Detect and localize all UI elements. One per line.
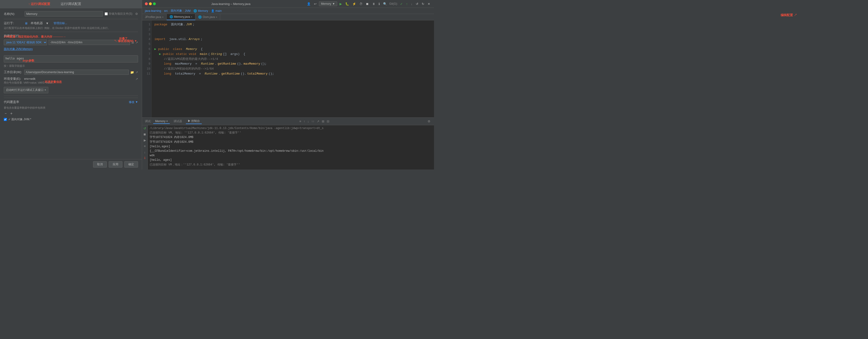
bc-pkg[interactable]: 面向对象	[171, 9, 182, 13]
left-panel-header: 运行/调试配置	[0, 0, 142, 8]
redo-btn[interactable]: ↻	[421, 2, 425, 6]
local-machine-text: 本地机器	[31, 21, 43, 25]
console-rerun-btn[interactable]: ↺	[143, 126, 147, 131]
console-fold-btn[interactable]: ≡	[144, 144, 146, 148]
jvm-options-input[interactable]	[49, 40, 130, 45]
tab-oom-close[interactable]: ×	[216, 16, 217, 19]
minimize-btn[interactable]	[149, 2, 152, 5]
back-icon[interactable]: ↩	[313, 2, 317, 6]
coverage-run-btn[interactable]: ⚡	[351, 2, 357, 6]
git-arrow-up[interactable]: ↑	[405, 2, 409, 6]
console-toolbar-btn2[interactable]: ↑	[303, 119, 306, 123]
workdir-more-icon[interactable]: ↗	[135, 70, 138, 74]
console-debugger-tab[interactable]: 调试器	[172, 119, 184, 124]
stop-btn[interactable]: ⏹	[365, 2, 370, 6]
run-config-dropdown-icon: ▼	[332, 2, 335, 5]
tab-jprofiler-close[interactable]: ×	[162, 16, 164, 19]
console-control-tab[interactable]: ▶ 控制台	[186, 119, 202, 124]
tab-memory-close[interactable]: ×	[191, 16, 192, 18]
console-toolbar-btn1[interactable]: ≡	[299, 119, 302, 123]
console-scroll-btn[interactable]: ↓	[144, 150, 146, 154]
close-window-btn[interactable]: ✕	[427, 2, 431, 6]
info-btn[interactable]: ℹ	[378, 2, 381, 6]
cancel-btn[interactable]: 取消	[93, 161, 107, 167]
pause-btn[interactable]: ⏸	[371, 2, 376, 6]
user-icon[interactable]: 👤	[306, 2, 312, 6]
tab-oom-label: Oom.java	[203, 16, 215, 19]
bc-memory[interactable]: Memory	[198, 9, 208, 12]
workdir-input[interactable]	[24, 70, 129, 75]
tab-oom-icon: 🌐	[198, 16, 202, 19]
console-filter-btn[interactable]: ⇩	[143, 156, 147, 160]
local-machine-icon: 🖥	[25, 22, 28, 25]
left-panel: 运行/调试配置 名称(N): 存储为项目文件(S) ⚙ 运行于: 🖥 本地机器 …	[0, 0, 142, 170]
workdir-label: 工作目录(W):	[4, 70, 23, 74]
traffic-lights	[145, 2, 156, 5]
console-memory-tab[interactable]: Memory ×	[153, 119, 170, 124]
jvm-select[interactable]: java 11 'IDEA1' 模块的 SDK	[4, 39, 47, 45]
bc-src[interactable]: src	[164, 9, 168, 12]
launch-toggle[interactable]: 启动时打开运行/调试工具窗口 ×	[4, 87, 48, 93]
jvm-more-icon[interactable]: ↗	[135, 41, 138, 44]
ok-btn[interactable]: 确定	[124, 161, 138, 167]
manage-target-btn[interactable]: 管理目标...	[54, 21, 67, 25]
close-btn[interactable]	[145, 2, 148, 5]
env-more-icon[interactable]: ↗	[135, 77, 138, 81]
name-input[interactable]	[25, 11, 103, 17]
env-hint: 用分号分隔变量: VAR=value; VAR1=value...	[4, 81, 138, 85]
build-section-header: 构建并运行	[4, 34, 138, 38]
coverage-header: 代码覆盖率 修改 ▼	[4, 100, 138, 104]
console-toolbar-btn7[interactable]: ⊟	[326, 119, 330, 123]
console-toolbar-btn3[interactable]: ↓	[307, 119, 310, 123]
jvm-row: java 11 'IDEA1' 模块的 SDK ⊞ ↗	[4, 39, 138, 45]
run-line-arrow[interactable]: ▶	[154, 47, 156, 52]
run-line-arrow2[interactable]: ▶	[159, 52, 161, 57]
code-editor[interactable]: package 面向对象.JVM; import java.util.Array…	[152, 20, 434, 117]
profile-btn[interactable]: ⏱	[359, 2, 364, 6]
undo-btn[interactable]: ↺	[415, 2, 419, 6]
tab-memory-icon: 🌐	[169, 15, 173, 19]
bc-root[interactable]: java-learning	[145, 9, 161, 12]
store-checkbox-label[interactable]: 存储为项目文件(S)	[105, 12, 132, 16]
jvm-expand-icon[interactable]: ⊞	[131, 41, 134, 44]
coverage-item: ✓ 面向对象.JVM.*	[4, 117, 138, 121]
console-settings-icon[interactable]: ⚙	[427, 119, 431, 123]
minus-btn[interactable]: －	[4, 111, 7, 116]
maximize-btn[interactable]	[153, 2, 156, 5]
run-on-dropdown-icon[interactable]: ▼	[46, 22, 49, 25]
bc-jvm[interactable]: JVM	[185, 9, 191, 12]
class-path-link[interactable]: 面向对象.JVM.Memory	[4, 47, 138, 51]
line-numbers: 1234 5678 91011	[142, 20, 152, 117]
git-arrow-down[interactable]: ↓	[410, 2, 414, 6]
run-debug-config-title: 运行/调试配置	[61, 2, 82, 6]
run-on-row: 运行于: 🖥 本地机器 ▼ 管理目标...	[4, 21, 138, 25]
console-toolbar-btn6[interactable]: ⊞	[321, 119, 325, 123]
apply-btn[interactable]: 应用	[109, 161, 122, 167]
git-checkmark[interactable]: ✓	[399, 2, 404, 6]
console-toolbar-btn5[interactable]: ↗	[316, 119, 320, 123]
launch-toggle-text: 启动时打开运行/调试工具窗口 ×	[6, 88, 46, 92]
coverage-checkbox[interactable]	[4, 118, 7, 121]
run-config-dropdown[interactable]: Memory ▼	[319, 1, 337, 6]
tab-jprofiler[interactable]: JProfiler.java ×	[142, 14, 167, 20]
args-input[interactable]: hello ages	[4, 55, 138, 62]
tab-memory[interactable]: 🌐 Memory.java ×	[167, 14, 195, 20]
breadcrumb: java-learning › src › 面向对象 › JVM › 🌐 Mem…	[142, 8, 434, 14]
run-btn[interactable]: ▶	[339, 2, 343, 6]
tab-oom[interactable]: 🌐 Oom.java ×	[195, 14, 220, 20]
bc-main[interactable]: main	[215, 9, 222, 12]
store-checkbox[interactable]	[105, 12, 108, 16]
modify-btn[interactable]: 修改 ▼	[129, 100, 138, 104]
plus-btn[interactable]: ＋	[9, 111, 13, 116]
name-label: 名称(N):	[4, 12, 23, 16]
debug-btn[interactable]: 🐛	[344, 2, 350, 6]
console-toolbar-btn4[interactable]: ↑↑	[311, 119, 315, 123]
workdir-folder-icon[interactable]: 📁	[130, 70, 134, 74]
search-icon[interactable]: 🔍	[382, 2, 388, 6]
console-stop-btn[interactable]: ⏹	[143, 132, 147, 136]
env-section: 环境变量(E): env=wdk ↗ 用分号分隔变量: VAR=value; V…	[4, 77, 138, 85]
console-body-wrap: ↺ ⏹ ▶ ≡ ↓ ⇩ /Library/Java/JavaVirtualMac…	[142, 125, 434, 170]
plus-minus-row: － ＋	[4, 111, 138, 116]
settings-icon[interactable]: ⚙	[135, 12, 138, 16]
console-resume-btn[interactable]: ▶	[143, 138, 147, 143]
